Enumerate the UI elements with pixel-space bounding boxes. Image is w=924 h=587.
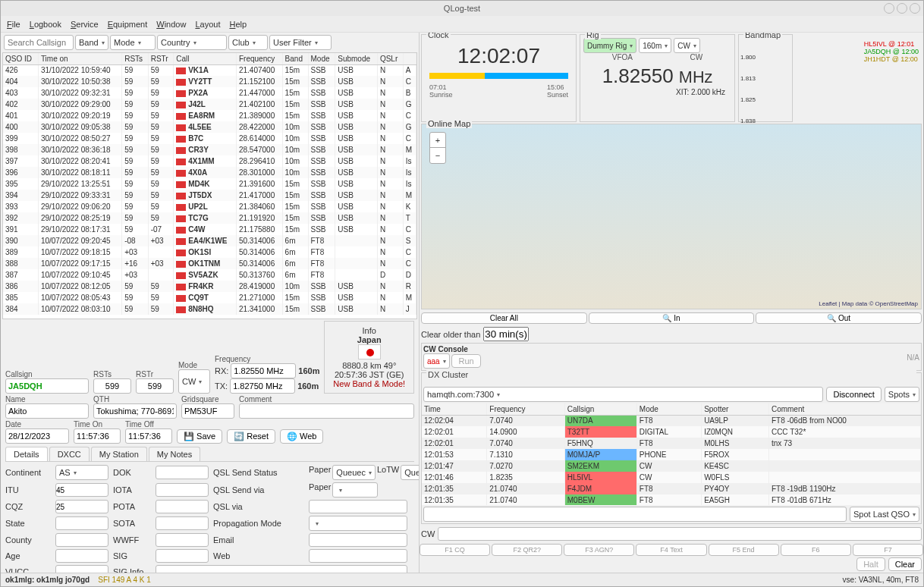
spots-filter[interactable]: Spots [885,387,919,402]
dx-server[interactable]: hamqth.com:7300 [423,387,823,402]
rig-band[interactable]: 160m [639,38,671,53]
email-input[interactable] [309,533,407,547]
time-off-input[interactable] [125,428,172,444]
zoom-in-bm[interactable]: 🔍 In [589,312,755,324]
table-row[interactable]: 39129/10/2022 08:17:3159-07C4W21.1758801… [3,224,416,235]
clear-button[interactable]: Clear [888,557,922,571]
cw-fkey[interactable]: F7 [853,544,923,556]
cqz-input[interactable] [55,500,108,513]
tx-freq-input[interactable] [230,378,295,394]
comment-input[interactable] [239,403,414,419]
table-row[interactable]: 39229/10/2022 08:25:195959TC7G21.1919201… [3,212,416,224]
itu-input[interactable] [55,483,108,497]
country-filter[interactable]: Country [157,35,227,50]
cw-fkey[interactable]: F3 AGN? [564,544,634,556]
table-row[interactable]: 39010/07/2022 09:20:45-08+03EA4/K1WE50.3… [3,235,416,246]
menu-window[interactable]: Window [156,20,186,29]
table-row[interactable]: 40130/10/2022 09:20:195959EA8RM21.389000… [3,110,416,121]
rig-mode[interactable]: CW [674,38,700,53]
disconnect-button[interactable]: Disconnect [826,387,881,402]
table-row[interactable]: 40030/10/2022 09:05:3859594L5EE28.422000… [3,121,416,133]
mode-select[interactable]: CW [178,369,210,394]
table-row[interactable]: 39830/10/2022 08:36:185959CR3Y28.5470001… [3,144,416,155]
wwff-input[interactable] [156,533,209,547]
cw-fkey[interactable]: F2 QR2? [492,544,562,556]
table-row[interactable]: 38710/07/2022 09:10:45+03SV5AZK50.313760… [3,269,416,281]
close-button[interactable] [910,3,920,14]
clear-older-input[interactable] [483,327,529,341]
table-row[interactable]: 39730/10/2022 08:20:4159594X1MM28.296410… [3,155,416,167]
menu-file[interactable]: File [7,20,20,29]
table-row[interactable]: 39429/10/2022 09:33:315959JT5DX21.417000… [3,190,416,201]
rstr-input[interactable] [136,378,174,394]
time-on-input[interactable] [74,428,121,444]
spot-last-qso[interactable]: Spot Last QSO [850,507,919,522]
search-callsign-input[interactable] [4,35,74,50]
table-row[interactable]: 39329/10/2022 09:06:205959UP2L21.3840601… [3,201,416,212]
cw-aaa[interactable]: aaa [423,353,450,369]
callsign-input[interactable] [5,378,89,394]
band-filter[interactable]: Band [75,35,108,50]
dx-row[interactable]: 12:01:537.1310M0MJA/PPHONEF5ROX [422,449,921,460]
paper2-sel[interactable] [332,482,378,498]
grid-input[interactable] [181,403,234,419]
minimize-button[interactable] [884,3,894,14]
cw-run[interactable]: Run [451,354,480,368]
web-button[interactable]: 🌐 Web [280,429,323,444]
user-filter[interactable]: User Filter [269,35,332,50]
table-row[interactable]: 38510/07/2022 08:05:435959CQ9T21.2710001… [3,292,416,303]
prop-sel[interactable] [309,516,407,531]
tab-my-notes[interactable]: My Notes [149,447,200,461]
zoom-out-bm[interactable]: 🔍 Out [756,312,922,324]
vucc-input[interactable] [55,565,108,573]
table-row[interactable]: 42631/10/2022 10:59:405959VK1A21.4074001… [3,64,416,76]
iota-input[interactable] [156,483,209,497]
club-filter[interactable]: Club [228,35,268,50]
save-button[interactable]: 💾 Save [177,429,222,444]
mode-filter[interactable]: Mode [110,35,156,50]
dx-row[interactable]: 12:01:477.0270SM2EKMCWKE4SC [422,460,921,472]
paper-sel[interactable]: Queuec [332,465,376,480]
cw-fkey[interactable]: F1 CQ [420,544,490,556]
table-row[interactable]: 40430/10/2022 10:50:385959VY2TT21.152100… [3,76,416,87]
menu-help[interactable]: Help [229,20,247,29]
web-input[interactable] [309,549,407,563]
table-row[interactable]: 39930/10/2022 08:50:275959B7C28.61400010… [3,133,416,144]
rx-freq-input[interactable] [231,363,296,378]
table-row[interactable]: 38610/07/2022 08:12:055959FR4KR28.419000… [3,281,416,292]
dx-row[interactable]: 12:02:047.0740UN7DAFT8UA9LPFT8 -06dB fro… [422,415,921,426]
zoom-in-button[interactable]: + [430,133,445,148]
reset-button[interactable]: 🔄 Reset [227,429,275,444]
continent-select[interactable]: AS [55,465,108,480]
menu-equipment[interactable]: Equipment [108,20,148,29]
menu-layout[interactable]: Layout [195,20,220,29]
rsts-input[interactable] [93,378,131,394]
online-map[interactable]: Online Map + − Leaflet | Map data © Open… [421,124,922,309]
dok-input[interactable] [156,466,209,479]
age-input[interactable] [55,549,108,563]
sig-input[interactable] [156,549,209,563]
dx-row[interactable]: 12:02:017.0740F5HNQFT8M0LHStnx 73 [422,438,921,449]
menu-service[interactable]: Service [71,20,99,29]
dx-row[interactable]: 12:02:0114.0900T32TTDIGITALIZ0MQNCCC T32… [422,426,921,438]
qso-log-table[interactable]: QSO IDTime onRSTsRSTrCallFrequencyBandMo… [2,52,417,319]
spot-input[interactable] [423,507,847,522]
tab-my-station[interactable]: My Station [91,447,147,461]
state-input[interactable] [55,516,108,530]
menu-logbook[interactable]: Logbook [30,20,61,29]
dx-row[interactable]: 12:01:3521.0740M0BEWFT8EA5GHFT8 -01dB 67… [422,494,921,505]
dx-row[interactable]: 12:01:461.8235HL5IVLCWW0FLS [422,472,921,483]
table-row[interactable]: 39630/10/2022 08:18:1159594X0A28.3010001… [3,167,416,178]
zoom-out-button[interactable]: − [430,148,445,163]
county-input[interactable] [55,533,108,547]
table-row[interactable]: 40230/10/2022 09:29:005959J42L21.4021001… [3,99,416,110]
qslvia-input[interactable] [309,500,407,513]
cw-fkey[interactable]: F4 Text [636,544,706,556]
tab-details[interactable]: Details [5,447,48,461]
cw-fkey[interactable]: F6 [781,544,851,556]
qth-input[interactable] [93,403,177,419]
table-row[interactable]: 38910/07/2022 09:18:15+03OK1SI50.3140066… [3,246,416,258]
rig-select[interactable]: Dummy Rig [583,38,636,53]
dx-row[interactable]: 12:01:3521.0740F4JDMFT8PY4OYFT8 -19dB 11… [422,483,921,494]
halt-button[interactable]: Halt [856,557,885,571]
